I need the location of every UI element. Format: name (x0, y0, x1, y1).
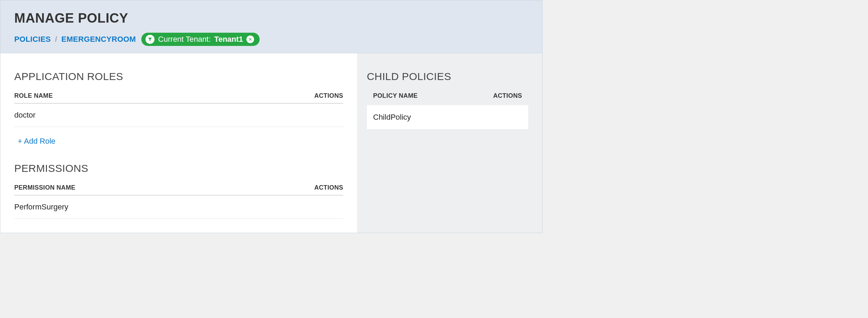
content-wrap: APPLICATION ROLES ROLE NAME ACTIONS doct… (0, 53, 542, 233)
breadcrumb-row: POLICIES / EMERGENCYROOM Current Tenant:… (14, 33, 528, 46)
permissions-title: PERMISSIONS (14, 162, 343, 174)
table-row[interactable]: doctor (14, 104, 343, 127)
roles-col-name: ROLE NAME (14, 92, 53, 100)
roles-table-header: ROLE NAME ACTIONS (14, 92, 343, 104)
table-row[interactable]: PerformSurgery (14, 196, 343, 219)
child-policy-name: ChildPolicy (373, 113, 411, 121)
page-header: MANAGE POLICY POLICIES / EMERGENCYROOM C… (0, 0, 542, 53)
breadcrumb-root-link[interactable]: POLICIES (14, 35, 51, 44)
tenant-clear-icon[interactable] (246, 35, 254, 43)
child-policies-col-name: POLICY NAME (373, 92, 418, 100)
child-policies-title: CHILD POLICIES (367, 71, 528, 82)
main-panel: APPLICATION ROLES ROLE NAME ACTIONS doct… (0, 53, 357, 233)
permissions-section: PERMISSIONS PERMISSION NAME ACTIONS Perf… (14, 162, 343, 219)
add-role-button[interactable]: + Add Role (14, 127, 59, 156)
roles-section: APPLICATION ROLES ROLE NAME ACTIONS doct… (14, 71, 343, 156)
breadcrumb-separator: / (55, 35, 57, 44)
roles-col-actions: ACTIONS (314, 92, 343, 100)
page-title: MANAGE POLICY (14, 11, 528, 26)
right-panel: CHILD POLICIES POLICY NAME ACTIONS Child… (357, 53, 542, 233)
tenant-name: Tenant1 (214, 35, 243, 44)
roles-title: APPLICATION ROLES (14, 71, 343, 82)
breadcrumb-current-link[interactable]: EMERGENCYROOM (61, 35, 136, 44)
role-name: doctor (14, 111, 35, 120)
child-policies-table-header: POLICY NAME ACTIONS (367, 92, 528, 105)
permission-name: PerformSurgery (14, 202, 68, 212)
child-policies-col-actions: ACTIONS (493, 92, 522, 100)
permissions-col-name: PERMISSION NAME (14, 184, 76, 191)
tenant-badge: Current Tenant: Tenant1 (141, 33, 260, 46)
filter-icon (145, 35, 155, 44)
tenant-label: Current Tenant: (158, 35, 211, 44)
permissions-table-header: PERMISSION NAME ACTIONS (14, 184, 343, 196)
table-row[interactable]: ChildPolicy (367, 105, 528, 129)
permissions-col-actions: ACTIONS (314, 184, 343, 191)
breadcrumb: POLICIES / EMERGENCYROOM (14, 35, 136, 44)
